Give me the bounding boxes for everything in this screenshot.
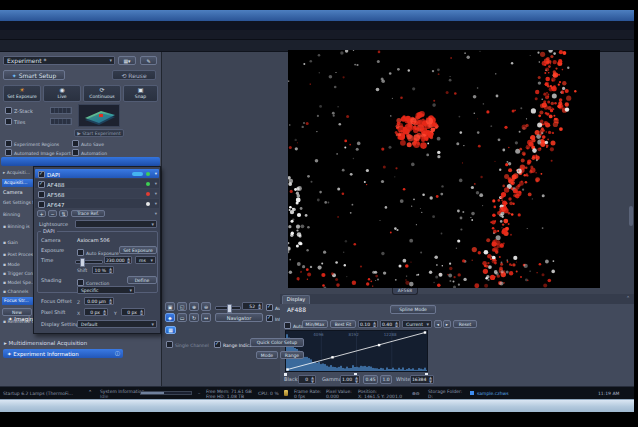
dapi-color-swatch[interactable] [132, 172, 143, 176]
reuse-button[interactable]: ⟲ Reuse [112, 70, 156, 80]
chevron-down-icon[interactable]: ▾ [155, 211, 157, 216]
auto-save-checkbox[interactable] [72, 140, 79, 147]
channel-tag[interactable]: AF568 [392, 288, 418, 295]
time-field[interactable]: 230.000▲▼ [104, 256, 132, 264]
set-exposure-button[interactable]: ☀ Set Exposure [3, 85, 41, 102]
experiment-options-icon[interactable]: ▦▾ [118, 56, 136, 65]
multidim-header[interactable]: ▸ Multidimensional Acquisition [4, 340, 87, 346]
time-slider[interactable] [75, 260, 103, 264]
side-item[interactable]: ▪ Channels [3, 289, 28, 294]
snapshot-icon[interactable]: ▦ [165, 326, 176, 334]
dapi-checkbox[interactable] [38, 171, 45, 178]
side-item[interactable]: ▸ Acquisiti... [3, 170, 30, 175]
white-field[interactable]: 16384▲▼ [410, 375, 434, 384]
remove-channel-button[interactable]: − [48, 210, 57, 217]
mode-button[interactable]: Mode [256, 351, 278, 359]
channel-row-af488[interactable]: AF488 ▾ [35, 179, 159, 188]
auto-image-export-checkbox[interactable] [5, 149, 12, 156]
best-fit-button[interactable]: Best Fit [330, 320, 356, 328]
af647-checkbox[interactable] [38, 201, 45, 208]
channel-row-af647[interactable]: AF647 ▾ [35, 199, 159, 208]
experiment-edit-icon[interactable]: ✎ [140, 56, 157, 65]
min-max-button[interactable]: Min/Max [302, 320, 328, 328]
start-experiment-button[interactable]: ▶ Start Experiment [74, 129, 124, 137]
percentile-high-field[interactable]: 0.40▲▼ [380, 320, 400, 328]
spline-mode-button[interactable]: Spline Mode [390, 305, 436, 314]
auto-exposure-checkbox[interactable] [77, 249, 84, 256]
experiment-regions-checkbox[interactable] [5, 140, 12, 147]
live-button[interactable]: ◉ Live [43, 85, 81, 102]
single-channel-checkbox[interactable] [166, 341, 173, 348]
zoom-fit-icon[interactable]: ▣ [165, 302, 175, 311]
side-item-focus[interactable]: Focus Str... [2, 297, 34, 305]
lightsource-combo[interactable] [75, 220, 157, 228]
continuous-button[interactable]: ⟳ Continuous [83, 85, 121, 102]
select-tool-icon[interactable]: ▭ [177, 313, 187, 322]
zoom-field[interactable]: 52 %▲▼ [242, 302, 263, 310]
channel-row-dapi[interactable]: DAPI ▾ [35, 169, 159, 178]
display-setting-combo[interactable]: Default [77, 320, 157, 328]
zstack-checkbox[interactable] [5, 107, 12, 114]
measure-tool-icon[interactable]: ↔ [201, 313, 211, 322]
panel-handle[interactable] [629, 206, 633, 226]
snap-button[interactable]: ▣ Snap [123, 85, 158, 102]
gamma-preset-10-button[interactable]: 1.0 [380, 375, 392, 384]
zoom-out-icon[interactable]: ⊖ [201, 302, 211, 311]
correction-checkbox[interactable] [77, 279, 84, 286]
chevron-down-icon[interactable]: ▾ [155, 181, 157, 186]
collapse-status-icon[interactable]: ⌃ [88, 390, 92, 396]
interpolation-checkbox[interactable] [266, 315, 273, 322]
tiles-checkbox[interactable] [5, 118, 12, 125]
specific-combo[interactable]: Specific [77, 286, 135, 294]
shift-field[interactable]: 10 %▲▼ [92, 266, 114, 274]
status-config[interactable]: sample.czhws [477, 391, 509, 396]
navigator-button[interactable]: Navigator [215, 313, 263, 322]
percentile-low-field[interactable]: 0.10▲▼ [358, 320, 378, 328]
af488-checkbox[interactable] [38, 181, 45, 188]
zoom-slider[interactable] [215, 306, 241, 310]
info-icon[interactable]: ⓘ [115, 351, 120, 357]
chevron-down-icon[interactable]: ▾ [155, 201, 157, 206]
side-item[interactable]: ▪ Model Spe... [3, 280, 35, 285]
pan-tool-icon[interactable]: ◈ [165, 313, 175, 322]
zoom-plus-minus-icons[interactable]: ⊕⊖ [412, 391, 420, 396]
gamma-preset-045-button[interactable]: 0.45 [363, 375, 378, 384]
range-source-combo[interactable]: Current [402, 320, 432, 328]
experiment-combo[interactable]: Experiment * [3, 56, 115, 65]
titlebar[interactable]: ZEN(arrange Layout) - ZEN 2.6 pro – ▢ ✕ [0, 10, 638, 21]
side-item[interactable]: ▪ Gain [3, 240, 18, 245]
micrograph-image[interactable] [288, 50, 600, 288]
chevron-down-icon[interactable]: ▾ [155, 191, 157, 196]
focus-offset-field[interactable]: 0.00 µm▲▼ [84, 297, 114, 305]
auto-checkbox[interactable] [284, 322, 291, 329]
reorder-channel-icon[interactable]: ⇅ [59, 210, 68, 217]
chevron-down-icon[interactable]: ▾ [155, 171, 157, 176]
range-indicator-checkbox[interactable] [214, 341, 221, 348]
zoom-100-icon[interactable]: ◱ [177, 302, 187, 311]
range-button[interactable]: Range [280, 351, 304, 359]
auto-fit-checkbox[interactable] [266, 304, 273, 311]
black-field[interactable]: 0▲▼ [298, 375, 316, 384]
next-icon[interactable]: ▸ [443, 320, 451, 328]
af568-checkbox[interactable] [38, 191, 45, 198]
automation-checkbox[interactable] [72, 149, 79, 156]
define-button[interactable]: Define [127, 276, 157, 284]
side-item[interactable]: ▪ Mode [3, 262, 20, 267]
display-tab[interactable]: Display [282, 295, 310, 304]
prev-icon[interactable]: ◂ [434, 320, 442, 328]
new-button[interactable]: New [2, 308, 32, 316]
reset-button[interactable]: Reset [453, 320, 477, 328]
zoom-in-icon[interactable]: ⊕ [189, 302, 199, 311]
trace-ref-button[interactable]: Trace Ref. [71, 210, 105, 217]
pixel-shift-y-field[interactable]: 0 px▲▼ [121, 308, 145, 316]
side-item-selected[interactable]: Acquisiti... [2, 179, 34, 187]
pixel-shift-x-field[interactable]: 0 px▲▼ [84, 308, 108, 316]
time-unit-combo[interactable]: ms [135, 256, 156, 264]
gamma-field[interactable]: 1.00▲▼ [340, 375, 360, 384]
channel-row-af568[interactable]: AF568 ▾ [35, 189, 159, 198]
add-channel-button[interactable]: + [37, 210, 46, 217]
smart-setup-button[interactable]: ✦ Smart Setup [3, 70, 65, 80]
set-exposure-small-button[interactable]: Set Exposure [119, 246, 157, 254]
quick-color-setup-button[interactable]: Quick Color Setup [250, 338, 304, 347]
histogram[interactable]: 4096819212288 [285, 330, 428, 372]
